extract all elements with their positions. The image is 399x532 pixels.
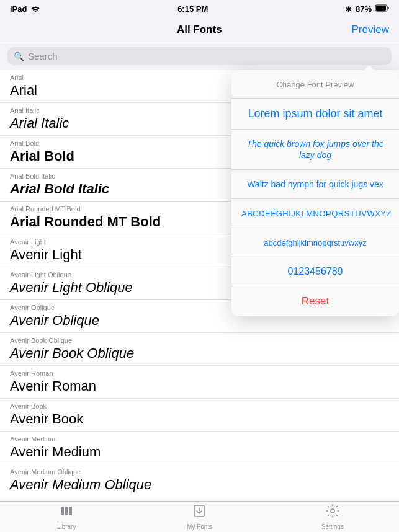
status-left: iPad [10,4,40,14]
popup-numbers-text: 0123456789 [288,266,343,277]
font-preview-popup: Change Font Preview Lorem ipsum dolor si… [231,70,399,316]
tab-myfonts[interactable]: My Fonts [133,502,266,532]
font-item-name: Avenir Medium Oblique [10,477,389,493]
ipad-label: iPad [10,4,27,14]
font-item-label: Avenir Medium [10,435,389,443]
popup-quick-row[interactable]: The quick brown fox jumps over the lazy … [231,130,399,170]
popup-reset-button[interactable]: Reset [231,286,399,316]
font-item-label: Avenir Book [10,402,389,410]
popup-numbers-row[interactable]: 0123456789 [231,257,399,286]
popup-arrow [364,65,374,70]
svg-rect-3 [61,507,64,515]
status-right: ∗ 87% [345,4,389,14]
tab-bar: Library My Fonts Settings [0,501,399,532]
search-container: 🔍 [7,47,392,65]
svg-rect-2 [387,7,388,9]
wifi-icon [30,4,40,14]
font-item-name: Avenir Medium [10,444,389,460]
search-input[interactable] [28,51,385,61]
list-item[interactable]: Avenir Medium ObliqueAvenir Medium Obliq… [0,464,399,497]
status-bar: iPad 6:15 PM ∗ 87% [0,0,399,17]
font-item-name: Avenir Book Oblique [10,345,389,361]
list-item[interactable]: Avenir MediumAvenir Medium [0,432,399,464]
list-item[interactable]: Avenir Heavy ObliqueAvenir Heavy Oblique [0,497,399,498]
popup-lowercase-row[interactable]: abcdefghijklmnopqrstuvwxyz [231,228,399,257]
font-item-name: Avenir Book [10,411,389,427]
tab-library[interactable]: Library [0,502,133,532]
myfonts-icon [192,503,207,522]
bluetooth-icon: ∗ [345,4,352,14]
preview-button[interactable]: Preview [352,24,389,36]
tab-library-label: Library [57,523,76,530]
font-item-label: Avenir Roman [10,370,389,377]
popup-title: Change Font Preview [231,80,399,89]
tab-settings-label: Settings [321,523,344,530]
font-item-label: Avenir Medium Oblique [10,468,389,476]
svg-rect-1 [376,6,386,11]
tab-settings[interactable]: Settings [266,502,399,532]
main-content: ArialArialArial ItalicArial ItalicArial … [0,70,399,498]
popup-lowercase-text: abcdefghijklmnopqrstuvwxyz [264,238,366,247]
popup-lorem-text: Lorem ipsum dolor sit amet [248,107,382,120]
search-bar: 🔍 [0,42,399,70]
font-item-label: Avenir Book Oblique [10,337,389,344]
svg-rect-5 [69,507,72,515]
popup-uppercase-text: ABCDEFGHIJKLMNOPQRSTUVWXYZ [241,209,392,218]
popup-waltz-row[interactable]: Waltz bad nymph for quick jugs vex [231,170,399,199]
tab-myfonts-label: My Fonts [187,523,212,530]
nav-bar: All Fonts Preview [0,17,399,42]
search-icon: 🔍 [14,51,24,61]
svg-rect-4 [65,507,68,515]
settings-icon [325,503,340,522]
popup-uppercase-row[interactable]: ABCDEFGHIJKLMNOPQRSTUVWXYZ [231,199,399,228]
list-item[interactable]: Avenir RomanAvenir Roman [0,366,399,399]
list-item[interactable]: Avenir Book ObliqueAvenir Book Oblique [0,333,399,366]
popup-quick-text: The quick brown fox jumps over the lazy … [247,139,384,160]
font-item-name: Avenir Roman [10,378,389,394]
nav-title: All Fonts [47,24,352,36]
list-item[interactable]: Avenir BookAvenir Book [0,399,399,432]
library-icon [59,503,74,522]
battery-icon [375,4,389,14]
popup-waltz-text: Waltz bad nymph for quick jugs vex [247,179,383,189]
battery-percent: 87% [356,4,372,14]
svg-point-7 [331,509,334,513]
popup-lorem-row[interactable]: Lorem ipsum dolor sit amet [231,99,399,130]
status-time: 6:15 PM [177,4,208,14]
